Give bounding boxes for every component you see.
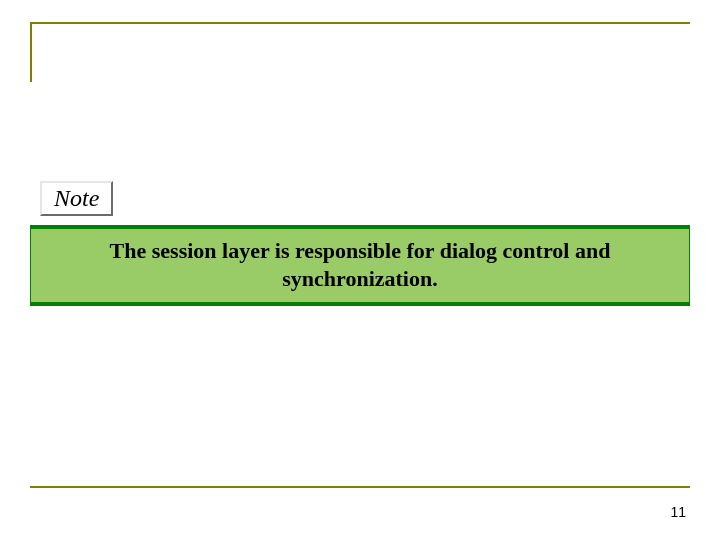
note-badge: Note — [40, 181, 113, 216]
top-border-rule — [30, 22, 690, 24]
page-number: 11 — [670, 504, 686, 520]
bottom-border-rule — [30, 486, 690, 488]
callout-text: The session layer is responsible for dia… — [81, 237, 639, 292]
note-label: Note — [54, 185, 99, 211]
callout-box: The session layer is responsible for dia… — [30, 225, 690, 306]
slide: Note The session layer is responsible fo… — [0, 0, 720, 540]
left-border-rule — [30, 22, 32, 82]
